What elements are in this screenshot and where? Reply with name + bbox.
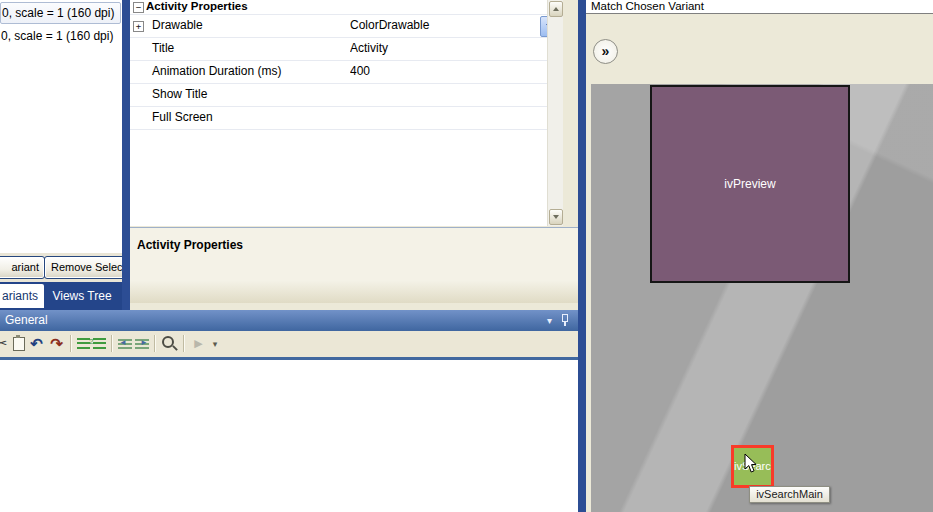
variant-list: 0, scale = 1 (160 dpi)0, scale = 1 (160 … — [0, 0, 122, 253]
property-value[interactable]: Activity — [350, 38, 537, 59]
property-name: Show Title — [152, 84, 207, 105]
designer-header: Match Chosen Variant — [586, 0, 933, 14]
remove-selected-button[interactable]: Remove Selec — [44, 256, 122, 279]
property-group-header[interactable]: − Activity Properties — [130, 0, 563, 15]
toolbar-separator — [111, 335, 112, 352]
designer-panel: Match Chosen Variant » ivPreview ivSearc… — [586, 0, 933, 512]
collapse-icon[interactable]: − — [133, 2, 144, 13]
view-label: ivPreview — [724, 177, 775, 191]
variant-buttons-bar: ariant Remove Selec — [0, 253, 122, 282]
property-description-box: Activity Properties — [130, 227, 578, 303]
toolbar-separator — [70, 335, 71, 352]
property-row[interactable]: Show Title — [130, 84, 563, 107]
property-name: Animation Duration (ms) — [152, 61, 281, 82]
script-panel-titlebar[interactable]: General ▾ — [0, 310, 578, 331]
expand-button[interactable]: » — [593, 39, 618, 64]
property-description-title: Activity Properties — [130, 228, 578, 252]
script-panel-title: General — [5, 313, 48, 327]
left-tab-bar: ariants Views Tree — [0, 282, 130, 310]
value-text: ColorDrawable — [350, 18, 429, 32]
run-icon[interactable]: ▶ — [190, 335, 207, 352]
designer-canvas[interactable]: ivPreview ivSearchMain ivSearchMain — [591, 84, 933, 512]
undo-icon[interactable]: ↶ — [28, 335, 45, 352]
property-row[interactable]: Full Screen — [130, 107, 563, 130]
vertical-splitter[interactable] — [122, 0, 130, 310]
indent-icon[interactable] — [135, 339, 149, 349]
value-text: Activity — [350, 41, 388, 55]
property-grid: − Activity Properties +DrawableColorDraw… — [130, 0, 563, 226]
property-row[interactable]: Animation Duration (ms)400 — [130, 61, 563, 84]
pin-icon[interactable] — [560, 314, 569, 327]
properties-panel: − Activity Properties +DrawableColorDraw… — [130, 0, 578, 310]
vertical-splitter[interactable] — [578, 0, 586, 512]
overflow-icon[interactable]: ▾ — [210, 335, 220, 352]
view-tooltip: ivSearchMain — [749, 486, 830, 503]
property-name: Title — [152, 38, 174, 59]
add-variant-button[interactable]: ariant — [0, 256, 45, 279]
property-row[interactable]: TitleActivity — [130, 38, 563, 61]
expand-icon[interactable]: + — [133, 21, 144, 32]
designer-window: 0, scale = 1 (160 dpi)0, scale = 1 (160 … — [0, 0, 933, 512]
property-group-title: Activity Properties — [146, 0, 248, 13]
property-value[interactable]: ColorDrawable — [350, 15, 537, 36]
view-ivpreview[interactable]: ivPreview — [650, 85, 850, 283]
chevron-down-icon[interactable]: ▾ — [547, 310, 552, 331]
script-panel: General ▾ ✂↶↷▶▾ 1'All variants script2Au… — [0, 310, 578, 512]
outdent-icon[interactable] — [118, 339, 132, 349]
property-name: Full Screen — [152, 107, 213, 128]
variant-list-item[interactable]: 0, scale = 1 (160 dpi) — [0, 2, 121, 24]
scroll-down-icon[interactable] — [549, 209, 563, 225]
toolbar-separator — [183, 335, 184, 352]
variant-list-item[interactable]: 0, scale = 1 (160 dpi) — [0, 26, 121, 46]
paste-icon[interactable] — [13, 337, 25, 351]
uncomment-icon[interactable] — [93, 338, 106, 349]
toolbar-separator — [154, 335, 155, 352]
mouse-cursor-icon — [744, 453, 757, 474]
cut-icon[interactable]: ✂ — [0, 335, 10, 352]
search-icon[interactable] — [161, 335, 178, 352]
property-name: Drawable — [152, 15, 203, 36]
property-row[interactable]: +DrawableColorDrawable — [130, 15, 563, 38]
property-value[interactable]: 400 — [350, 61, 537, 82]
tab-views-tree[interactable]: Views Tree — [42, 284, 122, 308]
tab-variants[interactable]: ariants — [0, 284, 44, 308]
scroll-up-icon[interactable] — [549, 1, 563, 17]
redo-icon[interactable]: ↷ — [48, 335, 65, 352]
value-text: 400 — [350, 64, 370, 78]
scrollbar[interactable] — [547, 0, 563, 226]
script-toolbar: ✂↶↷▶▾ — [0, 331, 578, 360]
